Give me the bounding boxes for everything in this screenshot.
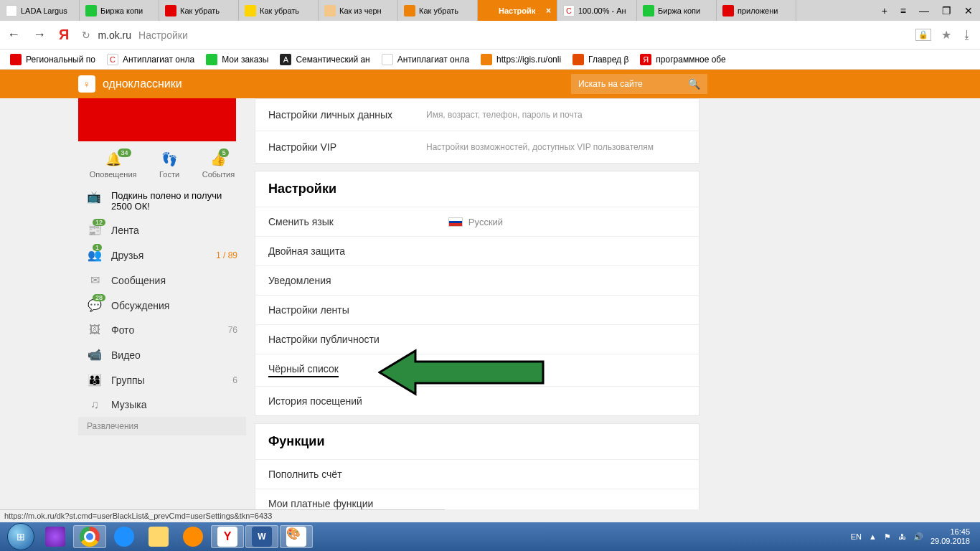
- sidebar-item-music[interactable]: ♫Музыка: [78, 392, 246, 417]
- taskbar-cortana[interactable]: [39, 525, 72, 548]
- star-icon[interactable]: ★: [941, 28, 951, 42]
- stat-guests[interactable]: 👣Гости: [159, 151, 179, 179]
- bookmark-3[interactable]: AСемантический ан: [275, 52, 374, 67]
- close-icon[interactable]: ×: [546, 6, 551, 16]
- tab-1[interactable]: Биржа копи: [80, 0, 159, 21]
- sidebar-item-label: Друзья: [111, 250, 143, 261]
- taskbar-ie[interactable]: [108, 525, 141, 548]
- card-title: Функции: [255, 424, 699, 460]
- download-icon[interactable]: ⭳: [961, 29, 973, 42]
- sidebar-item-messages[interactable]: ✉Сообщения: [78, 268, 246, 293]
- flag-icon: [448, 217, 463, 227]
- profile-block[interactable]: [78, 98, 236, 141]
- minimize-button[interactable]: —: [919, 5, 929, 17]
- tab-5[interactable]: Как убрать: [398, 0, 478, 21]
- tab-4[interactable]: Как из черн: [319, 0, 398, 21]
- taskbar-yandex[interactable]: Y: [211, 525, 244, 548]
- function-paid[interactable]: Мои платные функции: [255, 489, 699, 509]
- tray-lang[interactable]: EN: [851, 532, 862, 541]
- maximize-button[interactable]: ❐: [942, 5, 951, 17]
- tab-6-active[interactable]: Настройк×: [478, 0, 557, 21]
- start-button[interactable]: ⊞: [4, 525, 37, 548]
- lang-name: Русский: [468, 217, 503, 227]
- sidebar-item-feed[interactable]: 📰12Лента: [78, 217, 246, 242]
- row-personal-data[interactable]: Настройки личных данныхИмя, возраст, тел…: [255, 99, 699, 131]
- bookmark-5[interactable]: https://igis.ru/onli: [476, 52, 565, 67]
- setting-2fa[interactable]: Двойная защита: [255, 237, 699, 266]
- setting-label: Сменить язык: [268, 216, 334, 227]
- bookmark-label: Мои заказы: [222, 55, 268, 65]
- bookmark-label: https://igis.ru/onli: [496, 55, 561, 65]
- menu-button[interactable]: ≡: [900, 5, 906, 17]
- tab-0[interactable]: LADA Largus: [0, 0, 80, 21]
- tray-flag-icon[interactable]: ⚑: [884, 532, 891, 542]
- bookmark-icon: [573, 54, 584, 65]
- setting-notifications[interactable]: Уведомления: [255, 266, 699, 296]
- forward-button[interactable]: →: [33, 27, 46, 42]
- favicon: [85, 5, 97, 17]
- ok-search-box[interactable]: Искать на сайте 🔍: [571, 74, 707, 94]
- setting-blacklist[interactable]: Чёрный список: [255, 354, 699, 387]
- sidebar-promo[interactable]: 📺Подкинь полено и получи 2500 ОК!: [78, 184, 246, 217]
- sidebar-item-label: Обсуждения: [111, 300, 169, 311]
- sidebar-item-groups[interactable]: 👨‍👩‍👦Группы6: [78, 367, 246, 392]
- stat-notifications[interactable]: 🔔34Оповещения: [90, 151, 137, 179]
- sidebar-item-photos[interactable]: 🖼Фото76: [78, 318, 246, 342]
- back-button[interactable]: ←: [7, 27, 20, 42]
- tray-volume-icon[interactable]: 🔊: [913, 532, 923, 542]
- bookmark-4[interactable]: Антиплагиат онла: [377, 52, 473, 67]
- yandex-logo[interactable]: Я: [59, 27, 69, 43]
- taskbar-paint[interactable]: 🎨: [280, 525, 313, 548]
- tray-clock[interactable]: 16:45 29.09.2018: [930, 527, 970, 546]
- bookmark-0[interactable]: Региональный по: [6, 52, 100, 67]
- tray-up-icon[interactable]: ▲: [869, 532, 877, 541]
- taskbar-explorer[interactable]: [142, 525, 175, 548]
- search-icon[interactable]: 🔍: [688, 78, 700, 90]
- tab-controls: + ≡ — ❐ ✕: [875, 0, 980, 21]
- reload-icon[interactable]: ↻: [82, 29, 90, 41]
- bookmark-1[interactable]: CАнтиплагиат онла: [103, 52, 199, 67]
- bookmark-2[interactable]: Мои заказы: [202, 52, 273, 67]
- sidebar-item-video[interactable]: 📹Видео: [78, 342, 246, 367]
- close-window-button[interactable]: ✕: [964, 5, 973, 17]
- windows-orb-icon: ⊞: [7, 523, 34, 550]
- bookmark-label: Антиплагиат онла: [123, 55, 194, 65]
- address-bar[interactable]: ↻ m.ok.ru Настройки: [82, 29, 903, 41]
- stat-label: События: [202, 170, 235, 179]
- sidebar-item-label: Группы: [111, 375, 145, 386]
- tab-7[interactable]: C100.00% - Ан: [557, 0, 637, 21]
- setting-feed[interactable]: Настройки ленты: [255, 296, 699, 325]
- setting-label: Чёрный список: [268, 363, 339, 377]
- sidebar-item-discussions[interactable]: 💬28Обсуждения: [78, 293, 246, 318]
- bookmark-6[interactable]: Главред β: [568, 52, 633, 67]
- tab-3[interactable]: Как убрать: [239, 0, 319, 21]
- taskbar-media[interactable]: [176, 525, 209, 548]
- card-settings: Настройки Сменить языкРусский Двойная за…: [255, 171, 699, 416]
- taskbar-chrome[interactable]: [73, 525, 106, 548]
- tab-label: Как убрать: [180, 6, 220, 15]
- lock-icon[interactable]: 🔒: [915, 29, 931, 41]
- ok-logo[interactable]: ♀ одноклассники: [78, 75, 182, 93]
- setting-history[interactable]: История посещений: [255, 387, 699, 415]
- sidebar-item-label: Музыка: [111, 399, 147, 410]
- row-vip[interactable]: Настройки VIPНастройки возможностей, дос…: [255, 131, 699, 163]
- favicon: [404, 5, 415, 17]
- tray-date: 29.09.2018: [930, 537, 970, 546]
- paint-icon: 🎨: [286, 527, 306, 547]
- sidebar-section-entertainment: Развлечения: [78, 417, 246, 435]
- function-topup[interactable]: Пополнить счёт: [255, 460, 699, 489]
- word-icon: W: [252, 527, 272, 547]
- setting-language[interactable]: Сменить языкРусский: [255, 207, 699, 237]
- taskbar-word[interactable]: W: [245, 525, 278, 548]
- tab-8[interactable]: Биржа копи: [637, 0, 717, 21]
- setting-privacy[interactable]: Настройки публичности: [255, 325, 699, 354]
- bookmark-7[interactable]: Япрограммное обе: [636, 52, 730, 67]
- browser-tab-bar: LADA Largus Биржа копи Как убрать Как уб…: [0, 0, 980, 21]
- tab-9[interactable]: приложени: [717, 0, 796, 21]
- tab-label: Как убрать: [419, 6, 458, 15]
- new-tab-button[interactable]: +: [882, 5, 887, 17]
- tray-network-icon[interactable]: 🖧: [898, 532, 906, 541]
- tab-2[interactable]: Как убрать: [159, 0, 239, 21]
- sidebar-item-friends[interactable]: 👥1Друзья1 / 89: [78, 242, 246, 268]
- stat-events[interactable]: 👍5События: [202, 151, 235, 179]
